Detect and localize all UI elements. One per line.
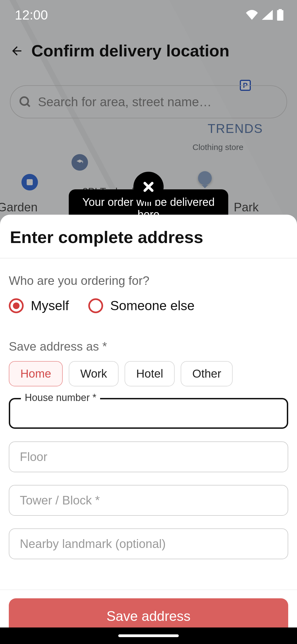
search-icon xyxy=(19,95,31,108)
tower-input[interactable] xyxy=(9,485,288,516)
landmark-field-wrap xyxy=(9,528,288,559)
save-as-chips: Home Work Hotel Other xyxy=(9,361,288,386)
gesture-handle[interactable] xyxy=(118,634,179,637)
search-placeholder: Search for area, street name… xyxy=(38,94,212,109)
save-as-label: Save address as * xyxy=(9,340,288,353)
house-number-label: House number * xyxy=(21,392,100,403)
page-title: Confirm delivery location xyxy=(31,41,229,60)
radio-someone-else[interactable]: Someone else xyxy=(88,298,195,313)
floor-input[interactable] xyxy=(9,441,288,472)
radio-label: Someone else xyxy=(110,298,195,313)
back-arrow-icon[interactable] xyxy=(10,44,24,58)
radio-label: Myself xyxy=(31,298,69,313)
wifi-icon xyxy=(246,10,258,20)
radio-myself[interactable]: Myself xyxy=(9,298,69,313)
close-icon xyxy=(142,181,155,193)
status-time: 12:00 xyxy=(15,7,48,23)
chip-other[interactable]: Other xyxy=(181,361,233,386)
status-bar: 12:00 xyxy=(0,0,297,30)
floor-field-wrap xyxy=(9,441,288,472)
svg-point-0 xyxy=(20,97,28,105)
address-sheet: Enter complete address Who are you order… xyxy=(0,215,297,644)
radio-indicator-icon xyxy=(88,298,103,313)
landmark-input[interactable] xyxy=(9,528,288,559)
battery-icon xyxy=(277,9,284,21)
svg-line-1 xyxy=(27,104,30,107)
sheet-title: Enter complete address xyxy=(0,215,297,258)
search-input[interactable]: Search for area, street name… xyxy=(10,85,287,118)
system-nav-bar xyxy=(0,627,297,644)
tower-field-wrap xyxy=(9,485,288,516)
cellular-icon xyxy=(262,10,273,20)
ordering-for-radio-group: Myself Someone else xyxy=(9,298,288,313)
sheet-body: Who are you ordering for? Myself Someone… xyxy=(0,258,297,590)
status-icons xyxy=(246,9,284,21)
radio-indicator-icon xyxy=(9,298,24,313)
page-header: Confirm delivery location xyxy=(0,41,297,60)
chip-hotel[interactable]: Hotel xyxy=(125,361,175,386)
ordering-for-label: Who are you ordering for? xyxy=(9,274,288,288)
chip-home[interactable]: Home xyxy=(9,361,63,386)
close-sheet-button[interactable] xyxy=(133,172,164,202)
house-number-field-wrap: House number * xyxy=(9,398,288,429)
chip-work[interactable]: Work xyxy=(69,361,119,386)
